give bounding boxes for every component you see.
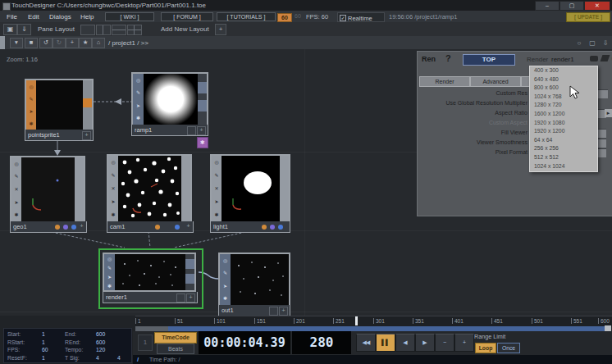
flag-dot-blue[interactable] bbox=[278, 225, 283, 230]
play-forward-button[interactable]: ▶ bbox=[415, 334, 435, 352]
pick-flag-icon[interactable]: ✱ bbox=[14, 212, 18, 217]
timecode-mode-button[interactable]: TimeCode bbox=[154, 332, 197, 344]
stop-icon[interactable]: ■ bbox=[25, 38, 38, 48]
output-connector[interactable] bbox=[198, 82, 207, 93]
play-reverse-button[interactable]: ◀ bbox=[395, 334, 415, 352]
palette-badge-icon[interactable]: ✱ bbox=[197, 137, 208, 148]
close-button[interactable]: ✕ bbox=[584, 1, 610, 11]
pick-flag-icon[interactable]: ✱ bbox=[111, 212, 115, 217]
once-button[interactable]: Once bbox=[497, 343, 520, 353]
node-viewer[interactable] bbox=[36, 80, 83, 130]
output-connector[interactable] bbox=[198, 100, 207, 111]
rstart-value[interactable]: 1 bbox=[42, 339, 45, 345]
resolution-option[interactable]: 1024 x 1024 bbox=[530, 162, 597, 171]
minimize-button[interactable]: – bbox=[535, 1, 559, 11]
resolution-option[interactable]: 1920 x 1080 bbox=[530, 119, 597, 128]
flag-dot-orange[interactable] bbox=[55, 225, 60, 230]
pick-flag-icon[interactable]: ✱ bbox=[107, 284, 112, 289]
node-name-bar[interactable]: cam1 + bbox=[107, 221, 194, 233]
node-out1[interactable]: ◎ ✎ ➤ ✱ bbox=[218, 253, 290, 307]
flag-dot-blue[interactable] bbox=[71, 225, 76, 230]
viewer-circle-icon[interactable]: ○ bbox=[574, 39, 584, 48]
output-connector[interactable] bbox=[185, 274, 194, 284]
viewer-toggle-icon[interactable] bbox=[269, 307, 278, 316]
layout-preset-split-v[interactable] bbox=[96, 25, 111, 35]
timeline-ruler[interactable]: 1 51 101 151 201 251 301 351 401 451 501… bbox=[135, 316, 612, 327]
node-pointsprite1[interactable]: ◎ ✎ ➤ ✱ bbox=[25, 79, 94, 131]
viewer-flag-icon[interactable]: ◎ bbox=[107, 257, 112, 262]
loop-button[interactable]: Loop bbox=[475, 343, 496, 353]
node-name-bar[interactable]: pointsprite1 + bbox=[25, 130, 94, 141]
flag-dot-blue[interactable] bbox=[175, 225, 180, 230]
output-connector[interactable] bbox=[185, 259, 194, 269]
resolution-option[interactable]: 640 x 480 bbox=[530, 75, 597, 84]
node-render1[interactable]: ◎ ✎ ➤ ✱ bbox=[103, 253, 196, 292]
viewer-flag-icon[interactable]: ◎ bbox=[214, 160, 218, 165]
node-viewer-geo[interactable] bbox=[21, 157, 75, 221]
flag-dot-purple[interactable] bbox=[270, 225, 275, 230]
marker-box[interactable]: 1 bbox=[138, 334, 153, 351]
skip-to-start-button[interactable]: ◀◀ bbox=[356, 334, 376, 352]
expand-plus-icon[interactable]: + bbox=[197, 126, 206, 135]
monitor-icon[interactable]: ▣ bbox=[3, 24, 17, 35]
resolution-option[interactable]: 1280 x 720 bbox=[530, 101, 597, 110]
resolution-option[interactable]: 1920 x 1200 bbox=[530, 127, 597, 136]
node-ramp1[interactable]: ◎ ✎ ➤ ✱ bbox=[131, 72, 208, 126]
resolution-option[interactable]: 1024 x 768 bbox=[530, 93, 597, 102]
resolution-option[interactable]: 64 x 64 bbox=[530, 136, 597, 145]
tsig-value-1[interactable]: 4 bbox=[96, 355, 99, 361]
comment-icon[interactable] bbox=[590, 56, 598, 61]
viewer-toggle-icon[interactable] bbox=[176, 293, 185, 303]
start-value[interactable]: 1 bbox=[42, 331, 45, 337]
end-value[interactable]: 600 bbox=[96, 331, 105, 337]
forum-button[interactable]: [ FORUM ] bbox=[161, 12, 213, 21]
render-op-value[interactable]: render1 bbox=[551, 56, 574, 63]
resolution-option[interactable]: 800 x 600 bbox=[530, 84, 597, 93]
render-flag-icon[interactable]: ➤ bbox=[136, 103, 140, 108]
pick-flag-icon[interactable]: ✱ bbox=[29, 121, 33, 126]
viewer-toggle-icon[interactable] bbox=[187, 126, 196, 135]
node-viewer-ramp[interactable] bbox=[144, 74, 198, 125]
layout-preset-single[interactable] bbox=[80, 25, 95, 35]
rend-value[interactable]: 600 bbox=[96, 339, 105, 345]
add-bookmark-icon[interactable]: + bbox=[66, 38, 79, 48]
aspect-menu-arrow-icon[interactable]: ► bbox=[605, 109, 612, 117]
pick-flag-icon[interactable]: ✱ bbox=[223, 296, 227, 301]
time-path-slash-icon[interactable]: / bbox=[137, 356, 139, 363]
tab-advanced[interactable]: Advanced bbox=[470, 76, 521, 87]
fps-value[interactable]: 60 bbox=[42, 347, 48, 353]
breadcrumb[interactable]: / project1 / >> bbox=[108, 39, 148, 47]
viewer-flag-icon[interactable]: ◎ bbox=[29, 84, 33, 89]
back-icon[interactable]: ↺ bbox=[39, 38, 53, 48]
add-layout-plus-button[interactable]: + bbox=[215, 24, 226, 35]
bypass-flag-icon[interactable]: ✎ bbox=[14, 174, 18, 179]
resolution-option[interactable]: 256 x 256 bbox=[530, 144, 597, 153]
tsig-value-2[interactable]: 4 bbox=[117, 355, 121, 361]
pane-tab-handle[interactable] bbox=[0, 36, 5, 49]
layout-preset-quad[interactable] bbox=[127, 25, 142, 35]
expand-plus-icon[interactable]: + bbox=[186, 293, 195, 303]
menu-file[interactable]: File bbox=[7, 13, 17, 20]
pick-flag-icon[interactable]: ✱ bbox=[136, 116, 140, 121]
flag-dot-orange[interactable] bbox=[155, 225, 160, 230]
layout-preset-split-h[interactable] bbox=[112, 25, 126, 35]
step-forward-button[interactable]: + bbox=[454, 334, 474, 352]
maximize-button[interactable]: ▢ bbox=[559, 1, 584, 11]
node-name-bar[interactable]: ramp1 + bbox=[131, 125, 208, 136]
viewer-flag-icon[interactable]: ◎ bbox=[111, 160, 115, 165]
bypass-flag-icon[interactable]: ✎ bbox=[111, 173, 115, 178]
viewer-flag-icon[interactable]: ◎ bbox=[136, 78, 140, 83]
bypass-flag-icon[interactable]: ✎ bbox=[214, 173, 218, 178]
render-flag-icon[interactable]: ➤ bbox=[111, 199, 115, 204]
node-geo1[interactable]: ◎ ✎ ✕ ➤ ✱ bbox=[10, 156, 85, 223]
node-name-bar[interactable]: light1 bbox=[210, 221, 290, 233]
node-light1[interactable]: ◎ ✎ ✕ ➤ ✱ bbox=[210, 154, 290, 223]
realtime-toggle[interactable]: ✓ Realtime bbox=[337, 12, 385, 22]
wire-light1-render1[interactable] bbox=[174, 231, 249, 248]
viewer-flag-icon[interactable]: ◎ bbox=[14, 162, 18, 166]
wire-geo1-render1[interactable] bbox=[48, 231, 125, 248]
node-name-bar[interactable]: render1 + bbox=[103, 292, 198, 303]
viewer-flag-icon[interactable]: ◎ bbox=[223, 258, 227, 263]
playhead-marker[interactable] bbox=[355, 316, 358, 325]
wiki-button[interactable]: [ WIKI ] bbox=[105, 12, 154, 21]
